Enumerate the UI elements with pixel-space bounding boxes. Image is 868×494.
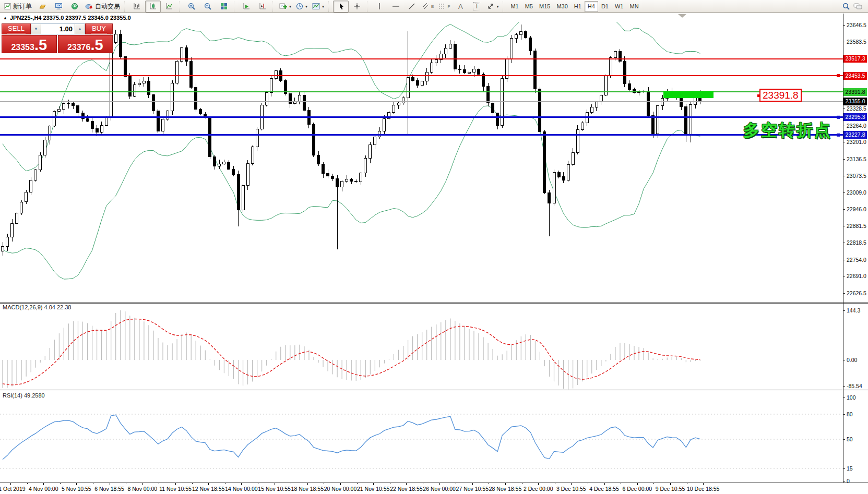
horizontal-line-tool-button[interactable]: [388, 1, 403, 13]
volume-increase-button[interactable]: ▲: [75, 24, 85, 34]
auto-scroll-button[interactable]: [239, 1, 254, 13]
crosshair-tool-button[interactable]: [349, 1, 365, 13]
trendline-icon: [408, 3, 415, 10]
buy-price-button[interactable]: 23376 .5: [58, 35, 113, 53]
level-price-badge: 23517.3: [843, 55, 867, 63]
zoom-out-button[interactable]: [200, 1, 216, 13]
sell-price-button[interactable]: 23353 .5: [2, 35, 57, 53]
add-indicator-button[interactable]: ▾: [277, 1, 293, 13]
level-price-badge: 23227.8: [843, 131, 867, 139]
timeframe-button-mn[interactable]: MN: [626, 1, 641, 12]
timeframe-button-m15[interactable]: M15: [536, 1, 553, 12]
market-watch-button[interactable]: [34, 1, 50, 13]
time-tick-label: 4 Nov 00:00: [29, 486, 58, 492]
time-tick-label: 20 Nov 00:00: [324, 486, 356, 492]
axis-tick-mark: [843, 397, 845, 398]
line-anchor-handle: [837, 116, 840, 119]
timeframe-button-w1[interactable]: W1: [612, 1, 627, 12]
annotation-text[interactable]: 多空转折点: [743, 119, 832, 141]
time-axis[interactable]: 31 Oct 20194 Nov 00:005 Nov 10:556 Nov 1…: [0, 483, 868, 494]
time-minor-tick: [93, 483, 93, 484]
price-tick-label: 22754.0: [847, 257, 866, 263]
rsi-tick-label: 15: [847, 465, 853, 472]
bar-chart-button[interactable]: [129, 1, 145, 13]
channel-letter: E: [431, 4, 434, 9]
templates-button[interactable]: ▾: [310, 1, 326, 13]
auto-trading-button[interactable]: 自动交易: [83, 1, 122, 13]
cursor-tool-button[interactable]: [333, 1, 349, 13]
time-minor-tick: [555, 483, 555, 484]
periodicity-button[interactable]: ▾: [294, 1, 310, 13]
zoom-in-button[interactable]: [184, 1, 199, 13]
price-tick-label: 23073.5: [847, 173, 866, 179]
candle-chart-icon: [149, 3, 157, 10]
time-tick-mark: [670, 483, 671, 485]
tile-windows-button[interactable]: [216, 1, 232, 13]
arrows-tool-button[interactable]: ▾: [485, 1, 501, 13]
time-tick-label: 6 Nov 18:55: [94, 486, 124, 492]
level-price-badge: 23391.8: [843, 88, 867, 96]
price-tick-label: 22626.5: [847, 290, 866, 296]
text-tool-button[interactable]: A: [453, 1, 468, 13]
time-tick-mark: [43, 483, 44, 485]
trendline-tool-button[interactable]: [404, 1, 420, 13]
toolbar-separator: [234, 2, 236, 11]
time-tick-label: 14 Nov 00:00: [225, 486, 257, 492]
dropdown-caret-icon: ▾: [496, 4, 498, 9]
panel-separator[interactable]: [0, 390, 868, 391]
price-tick-label: 23646.5: [847, 22, 866, 28]
auto-scroll-icon: [243, 3, 251, 10]
sell-button[interactable]: SELL: [2, 23, 31, 34]
buy-button[interactable]: BUY: [85, 23, 113, 34]
time-tick-mark: [571, 483, 572, 485]
time-tick-label: 31 Oct 2019: [0, 486, 26, 492]
time-tick-mark: [604, 483, 605, 485]
chart-window[interactable]: ▲ JPN225-,H4 23375.0 23397.5 23345.0 233…: [0, 14, 868, 494]
panel-separator[interactable]: [0, 302, 868, 304]
time-minor-tick: [291, 483, 291, 484]
timeframe-button-m1[interactable]: M1: [507, 1, 521, 12]
timeframe-button-d1[interactable]: D1: [598, 1, 612, 12]
axis-tick-mark: [843, 243, 845, 243]
chart-shift-marker[interactable]: [678, 14, 686, 18]
text-label-icon: T: [473, 2, 480, 10]
price-chart-canvas[interactable]: [0, 22, 843, 302]
signals-button[interactable]: [67, 1, 82, 13]
candle-chart-button[interactable]: [145, 1, 161, 13]
price-callout-label[interactable]: 23391.8: [759, 89, 802, 102]
time-tick-mark: [275, 483, 275, 485]
equidistant-channel-tool-button[interactable]: E: [420, 1, 436, 13]
toolbar-separator: [503, 2, 505, 11]
auto-trading-icon: [85, 3, 93, 10]
volume-decrease-button[interactable]: ▼: [31, 24, 41, 34]
macd-panel-canvas[interactable]: [0, 303, 843, 390]
line-chart-button[interactable]: [161, 1, 177, 13]
terminal-icon: [55, 3, 63, 10]
time-tick-mark: [439, 483, 440, 485]
chart-shift-icon: [259, 3, 267, 10]
fibonacci-tool-button[interactable]: F: [436, 1, 452, 13]
time-minor-tick: [423, 483, 423, 484]
timeframe-button-m5[interactable]: M5: [522, 1, 536, 12]
vertical-line-icon: [377, 3, 382, 10]
time-tick-label: 4 Dec 18:55: [589, 486, 619, 492]
new-order-button[interactable]: 新订单: [2, 1, 34, 13]
chart-shift-button[interactable]: [255, 1, 270, 13]
vertical-line-tool-button[interactable]: [372, 1, 387, 13]
terminal-button[interactable]: [51, 1, 66, 13]
price-axis[interactable]: 23646.523583.523328.523264.023201.023136…: [843, 14, 868, 494]
timeframe-button-m30[interactable]: M30: [553, 1, 570, 12]
text-label-tool-button[interactable]: T: [469, 1, 484, 13]
rsi-panel-canvas[interactable]: [0, 391, 843, 483]
axis-tick-mark: [843, 226, 845, 226]
search-icon[interactable]: [842, 3, 850, 10]
time-tick-label: 22 Nov 18:55: [390, 486, 422, 492]
dropdown-caret-icon: ▾: [305, 4, 307, 9]
timeframe-button-h4[interactable]: H4: [585, 1, 598, 12]
volume-field[interactable]: 1.00: [41, 24, 75, 34]
timeframe-button-h1[interactable]: H1: [571, 1, 585, 12]
time-tick-mark: [703, 483, 704, 485]
price-tick-label: 23136.5: [847, 156, 866, 162]
community-icon[interactable]: [853, 3, 863, 10]
tile-windows-icon: [220, 3, 228, 10]
